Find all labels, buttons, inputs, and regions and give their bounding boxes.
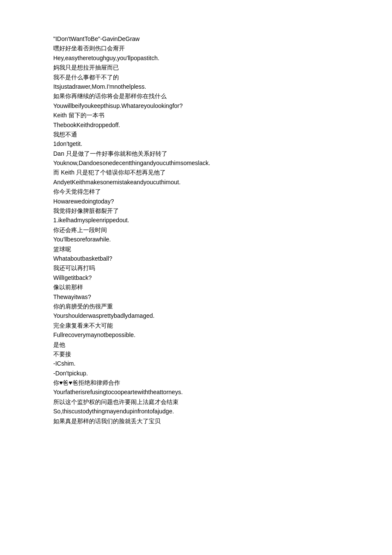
line-35: -ICshim. bbox=[53, 359, 339, 368]
line-12: 1don'tgetit. bbox=[53, 139, 339, 148]
line-19: 我觉得好像脾脏都裂开了 bbox=[53, 206, 339, 215]
line-30: Yourshoulderwasprettybadlydamaged. bbox=[53, 311, 339, 320]
line-3: Hey,easytheretoughguy,you'llpopastitch. bbox=[53, 53, 339, 63]
line-5: 我不是什么事都干不了的 bbox=[53, 73, 339, 82]
line-21: 你还会疼上一段时间 bbox=[53, 225, 339, 235]
line-33: 是他 bbox=[53, 340, 339, 349]
line-27: 像以前那样 bbox=[53, 282, 339, 292]
line-38: Yourfatherisrefusingtocoopeartewiththeat… bbox=[53, 387, 339, 397]
line-18: Howarewedoingtoday? bbox=[53, 197, 339, 206]
line-28: Thewayitwas? bbox=[53, 292, 339, 302]
line-1: "IDon'tWantToBe"-GavinDeGraw bbox=[53, 34, 339, 44]
line-34: 不要接 bbox=[53, 349, 339, 359]
line-29: 你的肩膀受的伤很严重 bbox=[53, 302, 339, 311]
line-37: 你♥爸♥爸拒绝和律师合作 bbox=[53, 378, 339, 387]
line-7: 如果你再继续的话你将会是那样你在找什么 bbox=[53, 91, 339, 101]
line-14: Youknow,Dandoesonedecentthingandyoucuthi… bbox=[53, 158, 339, 168]
line-16: AndyetKeithmakesonemistakeandyoucuthimou… bbox=[53, 177, 339, 187]
line-17: 你今天觉得怎样了 bbox=[53, 187, 339, 196]
line-2: 嘿好好坐着否则伤口会甭开 bbox=[53, 44, 339, 53]
line-41: 如果真是那样的话我们的脸就丢大了宝贝 bbox=[53, 416, 339, 426]
line-13: Dan 只是做了一件好事你就和他关系好转了 bbox=[53, 149, 339, 158]
line-24: Whataboutbasketball? bbox=[53, 254, 339, 263]
line-4: 妈我只是想拉开抽屉而已 bbox=[53, 63, 339, 72]
line-8: Youwillbeifyoukeepthisup.Whatareyoulooki… bbox=[53, 101, 339, 110]
line-23: 篮球呢 bbox=[53, 244, 339, 254]
line-11: 我想不通 bbox=[53, 130, 339, 139]
line-36: -Don'tpickup. bbox=[53, 369, 339, 378]
line-10: ThebookKeithdroppedoff. bbox=[53, 120, 339, 130]
line-15: 而 Keith 只是犯了个错误你却不想再见他了 bbox=[53, 168, 339, 177]
line-40: So,thiscustodythingmayendupinfrontofajud… bbox=[53, 407, 339, 416]
main-content: "IDon'tWantToBe"-GavinDeGraw嘿好好坐着否则伤口会甭开… bbox=[53, 34, 339, 426]
line-6: Itsjustadrawer,Mom.I'mnothelpless. bbox=[53, 82, 339, 91]
line-9: Keith 留下的一本书 bbox=[53, 110, 339, 120]
line-31: 完全康复看来不大可能 bbox=[53, 321, 339, 330]
line-32: Fullrecoverymaynotbepossible. bbox=[53, 330, 339, 340]
line-39: 所以这个监护权的问题也许要闹上法庭才会结束 bbox=[53, 397, 339, 407]
line-20: 1.ikelhadmyspleenrippedout. bbox=[53, 215, 339, 225]
line-22: You'llbesoreforawhile. bbox=[53, 235, 339, 244]
line-26: WillIgetitback? bbox=[53, 273, 339, 282]
line-25: 我还可以再打吗 bbox=[53, 263, 339, 273]
